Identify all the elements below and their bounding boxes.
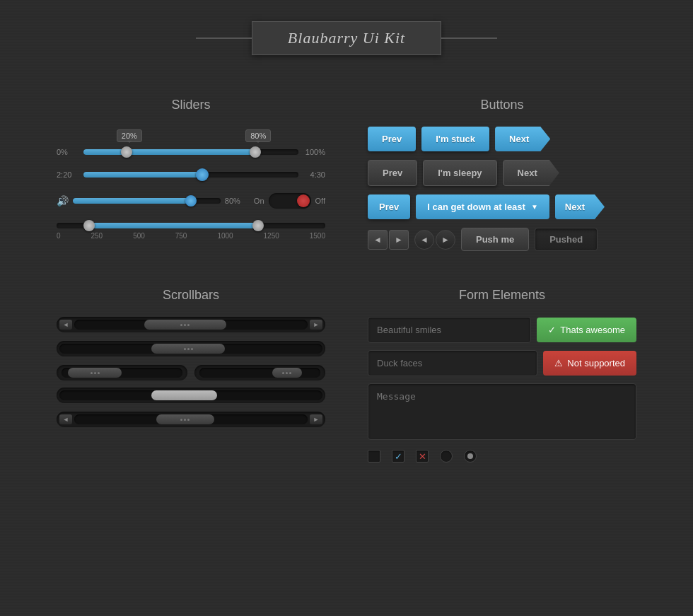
next-btn-3[interactable]: Next <box>555 194 605 219</box>
scrollbar-h-4[interactable] <box>57 388 325 403</box>
scrollbar-thumb-3a[interactable] <box>68 368 122 378</box>
scrollbar-dots-1 <box>180 324 190 326</box>
scrollbar-thumb-3b[interactable] <box>272 368 303 378</box>
sliders-title: Sliders <box>57 98 325 112</box>
dot-3 <box>187 324 190 326</box>
next-btn-2[interactable]: Next <box>503 160 559 186</box>
next-btn-1[interactable]: Next <box>495 127 550 151</box>
slider3-track[interactable] <box>73 198 221 204</box>
prev-btn-1[interactable]: Prev <box>368 127 416 151</box>
range-label-1000: 1000 <box>217 232 233 240</box>
range-label-750: 750 <box>175 232 187 240</box>
range-thumb-right[interactable] <box>252 220 264 231</box>
scrollbar-arrow-right-1[interactable]: ► <box>310 320 322 330</box>
prev-btn-3[interactable]: Prev <box>368 194 410 219</box>
scrollbar-h-1[interactable]: ◄ ► <box>57 317 325 332</box>
range-label-250: 250 <box>91 232 103 240</box>
scrollbar-thumb-4[interactable] <box>151 390 217 400</box>
dropdown-btn[interactable]: I can get down at least ▼ <box>416 194 549 219</box>
banner-ribbon: Blaubarry Ui Kit <box>252 21 441 55</box>
slider1-thumb2[interactable] <box>250 146 261 158</box>
slider3-percent: 80% <box>225 197 250 205</box>
nav-next-square[interactable]: ► <box>389 230 409 250</box>
scrollbar-track-2 <box>59 344 322 354</box>
nav-next-round[interactable]: ► <box>436 230 455 250</box>
toggle-switch[interactable] <box>269 193 311 209</box>
button-row-2: Prev I'm sleepy Next <box>368 160 636 186</box>
slider2-thumb[interactable] <box>196 168 209 181</box>
button-row-1: Prev I'm stuck Next <box>368 127 636 151</box>
radio-selected[interactable] <box>464 450 477 463</box>
toggle-off-label: Off <box>315 197 325 205</box>
slider2-fill <box>83 172 202 178</box>
scrollbar-h-3b[interactable] <box>194 365 325 380</box>
radio-empty[interactable] <box>440 450 453 463</box>
scrollbar-half-right <box>194 365 325 380</box>
form-row-1: ✓ Thats awesome <box>368 317 636 343</box>
range-fill <box>89 223 258 228</box>
checkbox-x[interactable]: ✕ <box>416 450 429 463</box>
success-btn[interactable]: ✓ Thats awesome <box>537 318 636 342</box>
warning-icon: ⚠ <box>554 358 563 368</box>
scrollbar-dots-5 <box>180 419 190 421</box>
app-title: Blaubarry Ui Kit <box>288 29 405 47</box>
scrollbar-arrow-left-5[interactable]: ◄ <box>59 414 72 424</box>
toggle-knob <box>297 194 310 207</box>
scrollbar-thumb-5[interactable] <box>156 414 215 424</box>
pushed-btn[interactable]: Pushed <box>535 228 598 251</box>
scrollbar-track-4 <box>59 390 322 400</box>
slider1-fill <box>83 149 255 155</box>
danger-btn[interactable]: ⚠ Not supported <box>543 351 636 376</box>
push-me-btn[interactable]: Push me <box>461 228 529 251</box>
checkbox-unchecked[interactable] <box>368 450 380 463</box>
form-title: Form Elements <box>368 288 636 303</box>
volume-icon: 🔊 <box>57 195 69 207</box>
dot-2 <box>184 324 186 326</box>
checkmark-icon: ✓ <box>548 325 556 335</box>
range-track[interactable] <box>57 223 325 228</box>
buttons-section: Buttons Prev I'm stuck Next Prev I'm sle… <box>346 83 658 274</box>
dot-4 <box>184 348 186 350</box>
scrollbar-thumb-2[interactable] <box>151 344 225 354</box>
slider2-track[interactable] <box>83 172 298 178</box>
message-textarea[interactable] <box>368 383 636 440</box>
scrollbar-thumb-1[interactable] <box>144 320 226 330</box>
scrollbar-arrow-left-1[interactable]: ◄ <box>59 320 72 330</box>
scrollbars-section: Scrollbars ◄ ► <box>35 274 346 477</box>
range-slider-container: 0 250 500 750 1000 1250 1500 <box>57 223 325 240</box>
range-label-500: 500 <box>133 232 145 240</box>
scrollbar-track-3b <box>199 368 320 378</box>
scrollbars-title: Scrollbars <box>57 288 325 303</box>
sliders-section: Sliders 0% 20% 80% <box>35 83 346 274</box>
scrollbar-track-1 <box>74 320 308 330</box>
scrollbar-track-5 <box>74 414 308 424</box>
scrollbar-row-3 <box>57 365 325 380</box>
scrollbar-arrow-right-5[interactable]: ► <box>310 414 322 424</box>
button-row-4: ◄ ► ◄ ► Push me Pushed <box>368 228 636 251</box>
button-row-3: Prev I can get down at least ▼ Next <box>368 194 636 219</box>
scrollbar-track-3a <box>62 368 182 378</box>
scrollbar-h-3a[interactable] <box>57 365 187 380</box>
nav-btn-group-round: ◄ ► <box>414 230 455 250</box>
input-beautiful-smiles[interactable] <box>368 317 531 343</box>
scrollbar-h-2[interactable] <box>57 341 325 356</box>
checkbox-checked[interactable]: ✓ <box>392 450 404 463</box>
stuck-btn[interactable]: I'm stuck <box>421 127 489 151</box>
slider1-track[interactable]: 20% 80% <box>83 149 298 155</box>
scrollbar-h-5[interactable]: ◄ ► <box>57 412 325 427</box>
dot-6 <box>191 348 193 350</box>
input-duck-faces[interactable] <box>368 350 537 376</box>
range-thumb-left[interactable] <box>83 220 95 231</box>
slider3-fill <box>73 198 191 204</box>
slider1-thumb1[interactable] <box>121 146 132 158</box>
prev-btn-2[interactable]: Prev <box>368 160 417 186</box>
range-label-1500: 1500 <box>310 232 325 240</box>
range-label-1250: 1250 <box>264 232 279 240</box>
slider1-max: 100% <box>304 148 325 156</box>
buttons-title: Buttons <box>368 98 636 112</box>
nav-prev-round[interactable]: ◄ <box>414 230 434 250</box>
slider2-row: 2:20 4:30 <box>57 170 325 179</box>
sleepy-btn[interactable]: I'm sleepy <box>423 160 496 186</box>
nav-prev-square[interactable]: ◄ <box>368 230 388 250</box>
slider3-thumb[interactable] <box>185 195 197 207</box>
